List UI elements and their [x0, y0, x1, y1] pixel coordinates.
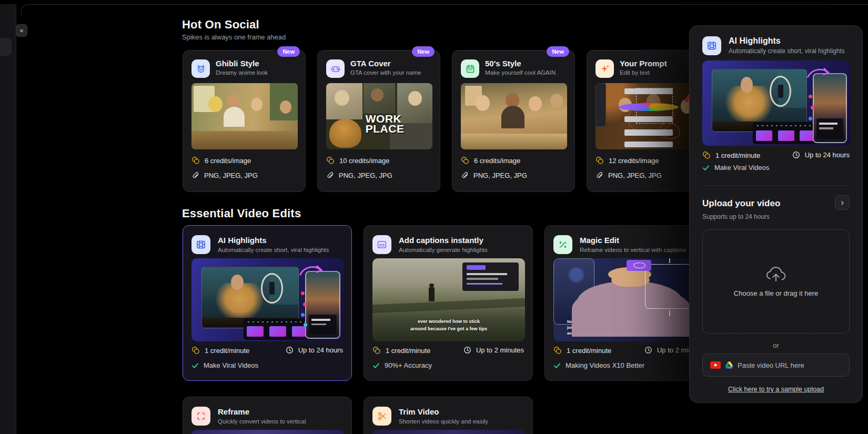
upload-section-title: Upload your video [702, 198, 780, 209]
card-subtitle: Automatically generate highlights [399, 247, 488, 253]
feature-label: Make Viral Videos [714, 164, 769, 171]
card-title: Ghibli Style [216, 59, 259, 68]
card-subtitle: GTA cover with your name [350, 69, 421, 76]
card-ai-highlights[interactable]: AI Highlights Automatically create short… [183, 225, 352, 381]
drawer-subtitle: Automatically create short, viral highli… [729, 47, 845, 55]
card-title: GTA Cover [350, 59, 391, 68]
new-badge: New [547, 46, 569, 57]
upload-section-subtitle: Supports up to 24 hours [702, 213, 770, 220]
sidebar-collapse-button[interactable]: « [16, 24, 27, 37]
formats-label: PNG, JPEG, JPG [473, 171, 527, 179]
duration-row: Up to 2 minutes [463, 346, 524, 354]
new-badge: New [412, 46, 435, 57]
card-subtitle: Quickly convert videos to vertical [218, 418, 306, 425]
card-preview-image [191, 83, 298, 149]
formats-row: PNG, JPEG, JPG [596, 171, 662, 179]
credits-label: 10 credits/image [339, 157, 389, 165]
gta-image-text: WORKPLACE [366, 114, 405, 134]
credits-row: 1 credit/minute [372, 346, 430, 355]
card-subtitle: Dreamy anime look [216, 69, 268, 76]
sparkles-icon [596, 59, 614, 78]
credits-label: 12 credits/image [609, 157, 659, 165]
captions-icon [372, 235, 391, 254]
section-title-hot-on-social: Hot On Social [182, 18, 259, 32]
chevron-right-icon: › [841, 197, 844, 208]
collapsed-sidebar [0, 4, 16, 434]
dropzone-label: Choose a file or drag it here [734, 289, 818, 297]
sample-upload-link[interactable]: Click here to try a sample upload [690, 386, 862, 393]
feature-row: Make Viral Videos [191, 361, 258, 369]
card-ghibli-style[interactable]: New Ghibli Style Dreamy anime look 6 cre… [183, 50, 306, 192]
duration-row: Up to 24 hours [792, 151, 850, 159]
formats-label: PNG, JPEG, JPG [339, 171, 392, 179]
credits-row: 6 credits/image [461, 156, 520, 165]
credits-label: 6 credits/image [474, 157, 520, 165]
card-subtitle: Shorten videos quickly and easily [399, 418, 488, 425]
credits-row: 6 credits/image [191, 156, 251, 165]
card-50s-style[interactable]: New 50's Style Make yourself cool AGAIN … [452, 50, 575, 192]
duration-row: Up to 24 hours [286, 346, 343, 354]
or-separator: or [690, 341, 862, 349]
film-icon [191, 235, 210, 254]
card-preview-image [372, 430, 525, 434]
credits-row: 1 credit/minute [553, 346, 611, 355]
drawer-collapse-button[interactable]: › [835, 195, 850, 210]
card-subtitle: Reframe videos to vertical with captions [580, 247, 687, 253]
drawer-preview-image [702, 60, 851, 146]
credits-row: 1 credit/minute [702, 151, 760, 159]
card-title: Add captions instantly [399, 236, 483, 245]
drawer-title: AI Highlights [729, 36, 781, 46]
feature-label: Make Viral Videos [204, 361, 258, 369]
feature-label: 90%+ Accuracy [385, 361, 432, 369]
feature-row: Make Viral Videos [702, 164, 769, 171]
new-badge: New [277, 46, 300, 57]
credits-label: 1 credit/minute [567, 347, 611, 355]
credits-row: 10 credits/image [326, 156, 389, 165]
crop-frame-icon [191, 407, 210, 426]
file-dropzone[interactable]: Choose a file or drag it here [702, 229, 850, 334]
card-preview-image [191, 258, 344, 341]
divider [702, 185, 850, 186]
credits-label: 1 credit/minute [715, 152, 760, 159]
card-title: AI Highlights [218, 236, 267, 245]
card-preview-image: WORKPLACE [326, 83, 432, 149]
formats-label: PNG, JPEG, JPG [204, 171, 258, 179]
google-drive-icon [725, 361, 733, 369]
double-chevron-left-icon: « [20, 27, 24, 34]
credits-label: 1 credit/minute [386, 347, 430, 355]
cloud-upload-icon [764, 266, 788, 283]
card-preview-image [191, 430, 344, 434]
sidebar-item[interactable] [0, 38, 12, 56]
scissors-icon [372, 407, 391, 426]
feature-label: Making Videos X10 Better [566, 361, 644, 369]
card-preview-image [461, 83, 567, 149]
duration-label: Up to 24 hours [805, 151, 850, 159]
card-preview-image: No limits,just heartand pure grit [553, 258, 706, 341]
gamepad-icon [326, 59, 345, 78]
card-title: Magic Edit [580, 236, 619, 245]
video-url-input[interactable] [738, 361, 842, 369]
credits-label: 1 credit/minute [205, 347, 249, 355]
feature-row: 90%+ Accuracy [372, 361, 432, 369]
card-magic-edit[interactable]: Magic Edit Reframe videos to vertical wi… [544, 225, 714, 381]
card-subtitle: Make yourself cool AGAIN [485, 69, 556, 76]
card-subtitle: Automatically create short, viral highli… [218, 247, 329, 253]
app-window: « Hot On Social Spikes is always one fra… [0, 0, 868, 434]
magic-wand-icon [553, 235, 572, 254]
content-panel-border [21, 4, 868, 16]
duration-label: Up to 2 minutes [476, 346, 524, 354]
card-preview-image [596, 83, 702, 149]
calendar-icon [461, 59, 479, 78]
card-reframe[interactable]: Reframe Quickly convert videos to vertic… [183, 397, 352, 434]
formats-label: PNG, JPEG, JPG [608, 171, 662, 179]
card-title: Trim Video [399, 407, 439, 416]
card-title: Reframe [218, 407, 249, 416]
duration-label: Up to 24 hours [298, 346, 343, 354]
video-url-field[interactable] [702, 354, 850, 377]
credits-label: 6 credits/image [205, 157, 251, 165]
card-trim-video[interactable]: Trim Video Shorten videos quickly and ea… [364, 397, 533, 434]
film-icon [702, 36, 721, 55]
card-gta-cover[interactable]: New GTA Cover GTA cover with your name W… [317, 50, 440, 192]
card-add-captions[interactable]: Add captions instantly Automatically gen… [364, 225, 533, 381]
credits-row: 12 credits/image [596, 156, 659, 165]
